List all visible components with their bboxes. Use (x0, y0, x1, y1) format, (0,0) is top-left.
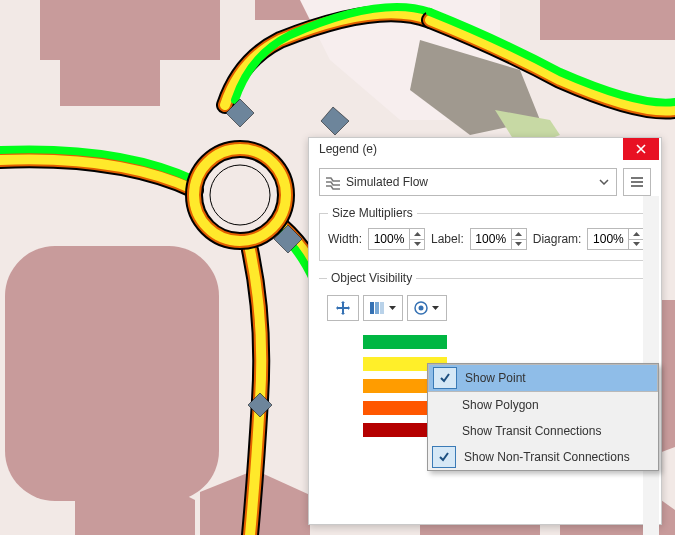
list-icon (630, 175, 644, 189)
caret-down-icon (387, 306, 397, 310)
label-spinner[interactable] (470, 228, 527, 250)
visibility-dropdown-menu: Show PointShow PolygonShow Transit Conne… (427, 363, 659, 471)
label-input[interactable] (470, 228, 511, 250)
svg-rect-0 (5, 246, 219, 501)
vis-move-button[interactable] (327, 295, 359, 321)
menu-checkmark (432, 395, 454, 415)
size-multipliers-legend: Size Multipliers (328, 206, 417, 220)
width-spinner[interactable] (368, 228, 425, 250)
diagram-down[interactable] (629, 239, 643, 250)
menu-checkmark (432, 421, 454, 441)
diagram-label: Diagram: (533, 232, 582, 246)
menu-item[interactable]: Show Point (428, 364, 658, 392)
legend-row (363, 331, 643, 353)
menu-item-label: Show Non-Transit Connections (456, 450, 630, 464)
svg-point-29 (419, 306, 424, 311)
menu-checkmark (432, 446, 456, 468)
close-button[interactable] (623, 138, 659, 160)
close-icon (636, 144, 646, 154)
diagram-up[interactable] (629, 229, 643, 239)
layer-selector[interactable]: Simulated Flow (319, 168, 617, 196)
legend-swatch (363, 335, 447, 349)
width-input[interactable] (368, 228, 409, 250)
svg-rect-25 (370, 302, 374, 314)
point-target-icon (414, 301, 428, 315)
panel-titlebar[interactable]: Legend (e) (309, 138, 661, 160)
svg-rect-24 (631, 185, 643, 187)
diagram-spinner[interactable] (587, 228, 644, 250)
menu-item[interactable]: Show Polygon (428, 392, 658, 418)
chevron-down-icon (596, 179, 612, 185)
vis-layers-button[interactable] (363, 295, 403, 321)
svg-rect-1 (40, 0, 220, 60)
size-multipliers-group: Size Multipliers Width: Label: Diagram: (319, 206, 653, 261)
menu-item-label: Show Transit Connections (454, 424, 601, 438)
label-up[interactable] (512, 229, 526, 239)
layer-icon (324, 173, 342, 191)
svg-point-16 (210, 165, 270, 225)
menu-item-label: Show Point (457, 371, 526, 385)
width-label: Width: (328, 232, 362, 246)
label-down[interactable] (512, 239, 526, 250)
menu-checkmark (433, 367, 457, 389)
svg-rect-4 (540, 0, 675, 40)
svg-rect-22 (631, 177, 643, 179)
diagram-input[interactable] (587, 228, 628, 250)
svg-marker-18 (321, 107, 349, 135)
width-down[interactable] (410, 239, 424, 250)
svg-rect-2 (60, 58, 160, 106)
panel-title: Legend (e) (319, 142, 623, 156)
width-up[interactable] (410, 229, 424, 239)
svg-rect-23 (631, 181, 643, 183)
menu-item-label: Show Polygon (454, 398, 539, 412)
object-visibility-legend: Object Visibility (327, 271, 416, 285)
layer-list-button[interactable] (623, 168, 651, 196)
legend-panel: Legend (e) Simulated Flow (308, 137, 662, 525)
svg-rect-26 (375, 302, 379, 314)
vis-point-button[interactable] (407, 295, 447, 321)
caret-down-icon (430, 306, 440, 310)
label-label: Label: (431, 232, 464, 246)
move-icon (335, 300, 351, 316)
svg-rect-27 (380, 302, 384, 314)
menu-item[interactable]: Show Transit Connections (428, 418, 658, 444)
menu-item[interactable]: Show Non-Transit Connections (428, 444, 658, 470)
layer-selector-label: Simulated Flow (342, 175, 596, 189)
layers-icon (369, 301, 385, 315)
